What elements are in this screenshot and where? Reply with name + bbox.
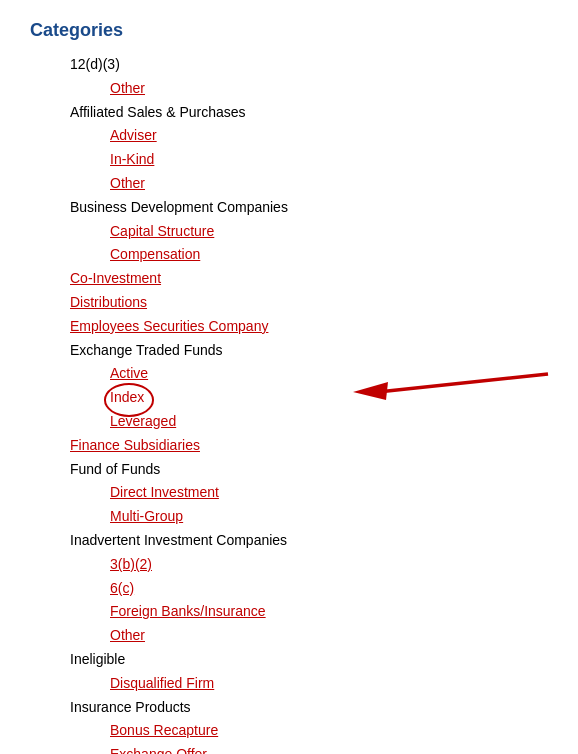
link-other-12d3[interactable]: Other [110,77,548,101]
category-list: 12(d)(3) Other Affiliated Sales & Purcha… [30,53,548,754]
link-employees-securities[interactable]: Employees Securities Company [70,315,548,339]
link-3b2[interactable]: 3(b)(2) [110,553,548,577]
link-finance-subsidiaries[interactable]: Finance Subsidiaries [70,434,548,458]
category-parent-iic: Inadvertent Investment Companies [70,529,548,553]
link-in-kind[interactable]: In-Kind [110,148,548,172]
link-6c[interactable]: 6(c) [110,577,548,601]
category-parent-bdc: Business Development Companies [70,196,548,220]
link-index[interactable]: Index [110,386,548,410]
link-other-iic[interactable]: Other [110,624,548,648]
link-compensation[interactable]: Compensation [110,243,548,267]
page-title: Categories [30,20,548,41]
link-other-affiliated[interactable]: Other [110,172,548,196]
page-container: Categories 12(d)(3) Other Affiliated Sal… [30,20,548,754]
link-leveraged[interactable]: Leveraged [110,410,548,434]
link-bonus-recapture[interactable]: Bonus Recapture [110,719,548,743]
category-parent-insurance: Insurance Products [70,696,548,720]
arrow-annotation-container: Active Index [30,362,548,410]
category-parent-etf: Exchange Traded Funds [70,339,548,363]
category-parent-12d3: 12(d)(3) [70,53,548,77]
category-parent-ineligible: Ineligible [70,648,548,672]
link-disqualified-firm[interactable]: Disqualified Firm [110,672,548,696]
link-multi-group[interactable]: Multi-Group [110,505,548,529]
link-exchange-offer[interactable]: Exchange Offer [110,743,548,754]
link-distributions[interactable]: Distributions [70,291,548,315]
link-active[interactable]: Active [110,362,548,386]
link-co-investment[interactable]: Co-Investment [70,267,548,291]
link-foreign-banks[interactable]: Foreign Banks/Insurance [110,600,548,624]
link-capital-structure[interactable]: Capital Structure [110,220,548,244]
category-parent-affiliated: Affiliated Sales & Purchases [70,101,548,125]
category-parent-fof: Fund of Funds [70,458,548,482]
link-direct-investment[interactable]: Direct Investment [110,481,548,505]
link-adviser[interactable]: Adviser [110,124,548,148]
index-highlight: Index [110,386,144,410]
